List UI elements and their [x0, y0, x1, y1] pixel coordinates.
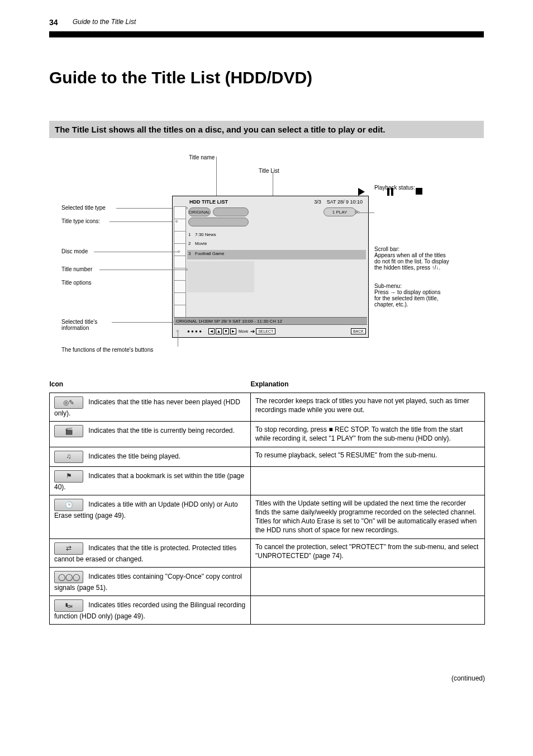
- table-cell-icon: ◯◯◯ Indicates titles containing "Copy-On…: [50, 567, 251, 596]
- leader-line: [110, 221, 172, 222]
- icon-description: Indicates the title being played.: [87, 452, 180, 460]
- screen-title-right: 3/3 SAT 28/ 9 10:10: [314, 199, 363, 205]
- table-cell-explanation: To cancel the protection, select "PROTEC…: [251, 538, 485, 567]
- ch-icon: ▮CH: [54, 599, 83, 612]
- arrow-icon: ➔: [250, 328, 255, 334]
- running-head: Guide to the Title List: [73, 18, 136, 26]
- callout-selected-title-type: Selected title type: [61, 205, 106, 211]
- callout-title-options: Title options: [61, 280, 92, 286]
- row-title-1: 7:30 News: [195, 232, 216, 237]
- leader-dot: [178, 251, 180, 253]
- callout-disc-mode: Disc mode: [61, 248, 88, 254]
- screen-frame: HDD TITLE LIST 3/3 SAT 28/ 9 10:10 ORIGI…: [172, 196, 369, 338]
- music-icon: ♫: [54, 451, 83, 463]
- sidebar-cell: [174, 243, 186, 256]
- leader-dot: [175, 220, 178, 223]
- table-cell-explanation: The recorder keeps track of titles you h…: [251, 393, 485, 422]
- sidebar-cell: [174, 280, 186, 293]
- page-title: Guide to the Title List (HDD/DVD): [49, 67, 484, 88]
- callout-selected-info: Selected title's information: [61, 319, 97, 331]
- leader-dot: [177, 330, 179, 332]
- arrow-up-icon: ▲: [216, 328, 222, 334]
- icon-description: Indicates that the title is currently be…: [87, 427, 235, 434]
- callout-title-number: Title number: [61, 266, 92, 272]
- table-cell-icon: ◎✎ Indicates that the title has never be…: [50, 393, 251, 422]
- screen-title: HDD TITLE LIST: [189, 199, 228, 205]
- table-cell-icon: ▮CH Indicates titles recorded using the …: [50, 596, 251, 624]
- table-cell-explanation: [251, 596, 485, 624]
- arrow-left-icon: ◄: [208, 328, 215, 334]
- table-cell-explanation: To resume playback, select "5 RESUME" fr…: [251, 447, 485, 466]
- table-cell-explanation: Titles with the Update setting will be u…: [251, 495, 485, 538]
- hint-move-label: Move: [239, 329, 248, 333]
- leader-line: [116, 208, 172, 209]
- leader-line: [99, 270, 185, 270]
- table-cell-icon: ⚑ Indicates that a bookmark is set withi…: [50, 466, 251, 495]
- screen-sidebar: [174, 206, 186, 323]
- table-cell-icon: ♫ Indicates the title being played.: [50, 447, 251, 466]
- submenu-block: [187, 261, 254, 292]
- row-num: 2: [188, 241, 191, 246]
- table-row: 🕒 Indicates a title with an Update (HDD …: [50, 495, 485, 538]
- table-cell-explanation: [251, 466, 485, 495]
- sidebar-cell: [174, 256, 186, 268]
- pill-combined: [188, 218, 249, 226]
- row-num: 3: [188, 251, 191, 256]
- pill-disc-mode: ORIGINAL: [188, 207, 211, 216]
- table-cell-icon: 🎬 Indicates that the title is currently …: [50, 422, 251, 447]
- icon-table: Icon Explanation ◎✎ Indicates that the t…: [49, 378, 485, 625]
- leader-dot: [185, 207, 188, 209]
- continued-label: (continued): [451, 674, 485, 682]
- sidebar-cell: [174, 206, 186, 219]
- leader-line: [360, 212, 374, 213]
- hint-select: SELECT: [256, 328, 275, 334]
- table-cell-icon: 🕒 Indicates a title with an Update (HDD …: [50, 495, 251, 538]
- row-num: 1: [188, 232, 191, 237]
- screen-bottom-hints: ● ● ● ● ◄ ▲ ▼ ► Move ➔ SELECT BACK: [187, 327, 366, 335]
- table-row: ◎✎ Indicates that the title has never be…: [50, 393, 485, 422]
- callout-playback-status: Playback status:: [374, 185, 415, 191]
- th-explanation: Explanation: [251, 378, 485, 393]
- icon-table-wrap: Icon Explanation ◎✎ Indicates that the t…: [49, 378, 485, 625]
- screen-title-num: 3/3: [314, 199, 321, 205]
- table-row: ▮CH Indicates titles recorded using the …: [50, 596, 485, 624]
- diagram: HDD TITLE LIST 3/3 SAT 28/ 9 10:10 ORIGI…: [49, 157, 484, 358]
- screen-status-bar: ORIGINAL 1H30M SP 28/ 9 SAT 10:00 - 11:3…: [174, 317, 367, 325]
- pill-title-kind: [213, 207, 249, 216]
- clock-icon: 🕒: [54, 499, 83, 511]
- table-cell-explanation: To stop recording, press ■ REC STOP. To …: [251, 422, 485, 447]
- play-icon: [358, 188, 365, 196]
- flag-icon: ⚑: [54, 470, 83, 483]
- leader-dot: [358, 211, 360, 214]
- table-cell-icon: ⇄ Indicates that the title is protected.…: [50, 538, 251, 567]
- table-row: ◯◯◯ Indicates titles containing "Copy-On…: [50, 567, 485, 596]
- callout-title-type-icons: Title type icons:: [61, 218, 100, 224]
- leader-line: [94, 252, 178, 252]
- callout-scrollbar: Scroll bar: Appears when all of the titl…: [374, 246, 449, 271]
- arrow-right-icon: ►: [230, 328, 236, 334]
- transfer-icon: ⇄: [54, 542, 83, 555]
- sidebar-cell: [174, 231, 186, 244]
- leader-dot: [185, 268, 188, 271]
- page: 34 Guide to the Title List Guide to the …: [0, 0, 533, 756]
- callout-submenu: Sub-menu: Press → to display options for…: [374, 283, 440, 308]
- table-row: ⚑ Indicates that a bookmark is set withi…: [50, 466, 485, 495]
- leader-dot: [173, 321, 175, 323]
- callout-title-list: Title List: [259, 168, 279, 174]
- screen-title-date: SAT 28/ 9 10:10: [327, 199, 363, 205]
- clapper-icon: 🎬: [54, 425, 83, 437]
- intro-band: The Title List shows all the titles on a…: [49, 121, 484, 138]
- table-row: ♫ Indicates the title being played.To re…: [50, 447, 485, 466]
- table-row: 🎬 Indicates that the title is currently …: [50, 422, 485, 447]
- callout-remote-buttons: The functions of the remote's buttons: [61, 347, 153, 353]
- header-rule: [49, 31, 484, 37]
- th-icon: Icon: [50, 378, 251, 393]
- row-title-2: Movie: [195, 241, 207, 246]
- hint-colordots: ● ● ● ●: [187, 329, 202, 334]
- sidebar-cell: [174, 305, 186, 318]
- rings-icon: ◯◯◯: [54, 571, 83, 583]
- leader-line: [178, 331, 178, 347]
- hint-back: BACK: [351, 328, 366, 334]
- arrow-down-icon: ▼: [223, 328, 229, 334]
- table-cell-explanation: [251, 567, 485, 596]
